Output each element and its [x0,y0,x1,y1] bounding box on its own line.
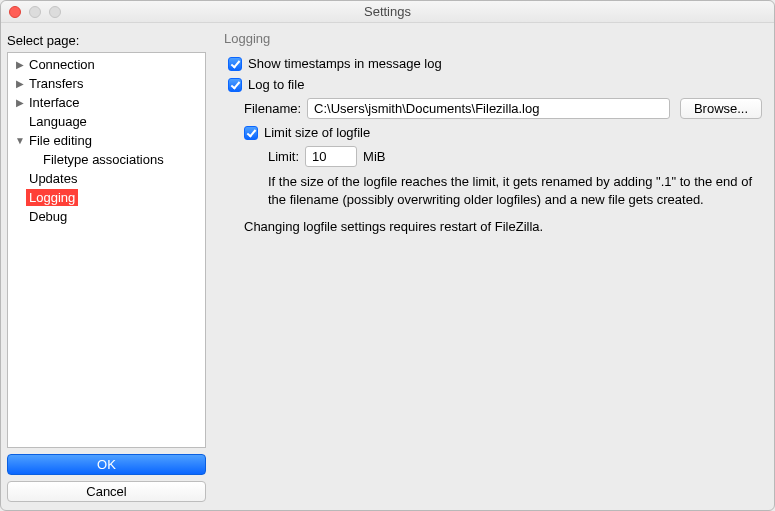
limit-input[interactable] [305,146,357,167]
chevron-right-icon: ▶ [14,98,26,108]
show-timestamps-checkbox[interactable] [228,57,242,71]
sidebar-item-updates[interactable]: Updates [8,169,205,188]
page-tree: ▶ Connection ▶ Transfers ▶ Interface Lan… [7,52,206,448]
sidebar-item-label: Interface [26,94,83,111]
zoom-icon[interactable] [49,6,61,18]
button-label: Browse... [694,101,748,116]
limit-size-checkbox[interactable] [244,126,258,140]
sidebar-item-label: File editing [26,132,95,149]
log-to-file-label: Log to file [248,77,304,92]
limit-unit-label: MiB [363,149,385,164]
filename-input[interactable] [307,98,670,119]
limit-info-text: If the size of the logfile reaches the l… [268,173,762,208]
button-label: OK [97,457,116,472]
cancel-button[interactable]: Cancel [7,481,206,502]
button-label: Cancel [86,484,126,499]
sidebar-item-transfers[interactable]: ▶ Transfers [8,74,205,93]
sidebar-item-connection[interactable]: ▶ Connection [8,55,205,74]
settings-page-logging: Logging Show timestamps in message log L… [212,23,774,510]
limit-label: Limit: [268,149,299,164]
titlebar: Settings [1,1,774,23]
sidebar-item-label: Language [26,113,90,130]
window-title: Settings [1,4,774,19]
log-to-file-checkbox[interactable] [228,78,242,92]
chevron-down-icon: ▼ [14,136,26,146]
chevron-right-icon: ▶ [14,60,26,70]
sidebar-item-label: Transfers [26,75,86,92]
sidebar-item-label: Filetype associations [40,151,167,168]
sidebar: Select page: ▶ Connection ▶ Transfers ▶ … [1,23,212,510]
sidebar-item-logging[interactable]: Logging [8,188,205,207]
sidebar-item-debug[interactable]: Debug [8,207,205,226]
sidebar-item-filetype-associations[interactable]: Filetype associations [8,150,205,169]
chevron-right-icon: ▶ [14,79,26,89]
minimize-icon[interactable] [29,6,41,18]
show-timestamps-label: Show timestamps in message log [248,56,442,71]
settings-window: Settings Select page: ▶ Connection ▶ Tra… [0,0,775,511]
close-icon[interactable] [9,6,21,18]
sidebar-item-interface[interactable]: ▶ Interface [8,93,205,112]
sidebar-item-label: Updates [26,170,80,187]
sidebar-item-language[interactable]: Language [8,112,205,131]
window-controls [1,6,61,18]
page-title: Logging [224,31,762,46]
browse-button[interactable]: Browse... [680,98,762,119]
sidebar-item-label: Logging [26,189,78,206]
restart-info-text: Changing logfile settings requires resta… [244,218,762,236]
ok-button[interactable]: OK [7,454,206,475]
limit-size-label: Limit size of logfile [264,125,370,140]
filename-label: Filename: [244,101,301,116]
sidebar-item-label: Connection [26,56,98,73]
sidebar-item-label: Debug [26,208,70,225]
sidebar-item-file-editing[interactable]: ▼ File editing [8,131,205,150]
select-page-label: Select page: [7,33,206,48]
